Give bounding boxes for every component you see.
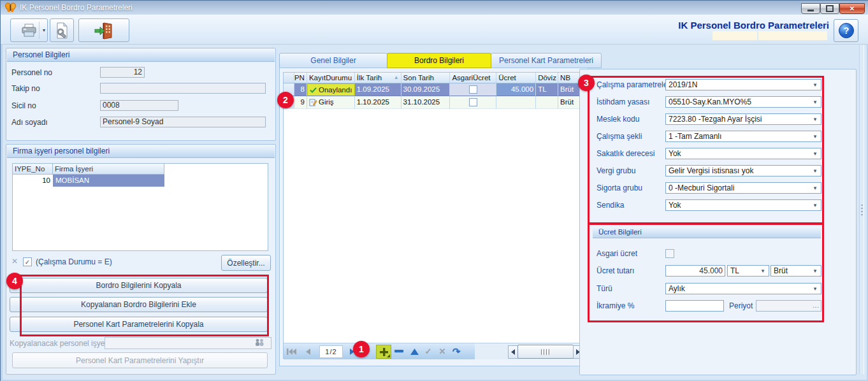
personel-kart-parametrelerini-yapistir-button[interactable]: Personel Kart Parametrelerini Yapıştır: [12, 352, 268, 368]
sakatlik-derecesi-combo[interactable]: Yok▾: [665, 148, 821, 159]
istihdam-yasasi-combo[interactable]: 05510-Say.Kan.MYO%5▾: [665, 96, 821, 108]
firma-col-firma-isyeri[interactable]: Firma İşyeri: [53, 164, 164, 175]
chevron-down-icon[interactable]: ▾: [811, 266, 820, 276]
turu-combo[interactable]: Aylık▾: [665, 283, 821, 294]
print-button[interactable]: ▾: [10, 18, 48, 42]
combo-value: Gelir Vergisi istisnası yok: [669, 166, 753, 175]
chevron-down-icon[interactable]: ▾: [811, 200, 820, 210]
cell-ilk-tarih[interactable]: 1.10.2025: [355, 96, 401, 109]
cell-ucret[interactable]: 45.000: [496, 83, 536, 96]
firma-row-no[interactable]: 10: [13, 175, 53, 187]
cell-ucret[interactable]: [496, 96, 536, 109]
first-record-button[interactable]: [286, 346, 297, 357]
adi-soyadi-field[interactable]: Personel-9 Soyad: [100, 117, 266, 127]
filter-clear-icon[interactable]: ✕: [11, 257, 18, 266]
calisma-sekli-combo[interactable]: 1 -Tam Zamanlı▾: [665, 131, 821, 142]
close-button[interactable]: ✕: [839, 3, 865, 14]
chevron-down-icon[interactable]: ▾: [811, 166, 820, 176]
asgari-checkbox[interactable]: [469, 85, 477, 94]
periyot-field[interactable]: ...: [756, 300, 821, 312]
cancel-edit-button[interactable]: ✕: [437, 346, 448, 357]
ikramiye-field[interactable]: [665, 300, 724, 312]
chevron-down-icon[interactable]: ▾: [811, 131, 820, 141]
grid-navigator: 1/2 ✓ ✕ ↷: [284, 343, 582, 359]
post-edit-button[interactable]: ✓: [423, 346, 434, 357]
tab-bordro-bilgileri[interactable]: Bordro Bilgileri: [387, 53, 491, 68]
cell-ilk-tarih[interactable]: 1.09.2025: [355, 83, 401, 96]
bordro-bilgilerini-kopyala-button[interactable]: Bordro Bilgilerini Kopyala: [10, 278, 268, 293]
tab-genel-bilgiler[interactable]: Genel Bilgiler: [279, 53, 387, 68]
grid-row-selected[interactable]: 8 Onaylandı 1.09.2025 30.09.2025 45.000 …: [284, 83, 582, 96]
asgari-ucret-checkbox[interactable]: [665, 249, 674, 258]
calisma-sekli-label: Çalışma şekli: [597, 132, 642, 141]
cell-kayit-durumu[interactable]: Giriş: [307, 96, 355, 109]
previous-record-button[interactable]: [302, 346, 314, 357]
cell-doviz[interactable]: [536, 96, 558, 109]
ucret-tutari-field[interactable]: 45.000: [665, 265, 725, 277]
vergi-grubu-label: Vergi grubu: [597, 166, 635, 175]
cell-bpn[interactable]: 8: [294, 83, 307, 96]
customize-button[interactable]: Özelleştir...: [221, 255, 271, 271]
restore-button[interactable]: [820, 3, 839, 14]
meslek-kodu-combo[interactable]: 7223.80 -Tezgah Ayar İşçisi▾: [665, 113, 821, 125]
chevron-down-icon[interactable]: ▾: [811, 97, 820, 107]
report-settings-button[interactable]: [50, 18, 74, 42]
cell-bpn[interactable]: 9: [294, 96, 307, 109]
cell-asgari-ucret[interactable]: [450, 83, 496, 96]
filter-checkbox[interactable]: ✓: [23, 257, 32, 266]
sigorta-grubu-combo[interactable]: 0 -Mecburi Sigortali▾: [665, 182, 821, 194]
col-bpn[interactable]: BPN: [294, 73, 307, 83]
periyot-label: Periyot: [729, 301, 753, 310]
cell-asgari-ucret[interactable]: [450, 96, 496, 109]
kopyalanan-bordro-bilgilerini-ekle-button[interactable]: Kopyalanan Bordro Bilgilerini Ekle: [10, 297, 268, 312]
doviz-combo[interactable]: TL▾: [727, 265, 769, 277]
col-doviz[interactable]: Döviz: [536, 73, 558, 83]
chevron-down-icon[interactable]: ▾: [811, 114, 820, 124]
takip-no-field[interactable]: [100, 83, 266, 94]
chevron-down-icon[interactable]: ▾: [811, 80, 820, 90]
panel-splitter[interactable]: [859, 45, 864, 374]
help-button[interactable]: ?: [834, 19, 858, 42]
firma-row-name[interactable]: MOBİSAN: [53, 175, 164, 187]
col-kayit-durumu[interactable]: KayıtDurumu: [307, 73, 355, 83]
status-text: Giriş: [319, 96, 334, 108]
chevron-down-icon[interactable]: ▾: [811, 148, 820, 159]
sicil-no-label: Sicil no: [11, 101, 36, 110]
tab-personel-kart-parametreleri[interactable]: Personel Kart Parametreleri: [491, 53, 602, 68]
people-picker-icon[interactable]: [254, 338, 264, 347]
cell-kayit-durumu[interactable]: Onaylandı: [307, 83, 355, 96]
col-ilk-tarih[interactable]: İlk Tarih▲: [355, 73, 401, 83]
delete-record-button[interactable]: [393, 346, 405, 357]
minimize-button[interactable]: [801, 3, 820, 14]
refresh-button[interactable]: ↷: [451, 346, 462, 357]
kopyalanacak-field[interactable]: [105, 337, 271, 349]
cell-doviz[interactable]: TL: [536, 83, 558, 96]
print-dropdown-arrow-icon[interactable]: ▾: [43, 27, 45, 33]
firma-col-iype-no[interactable]: IYPE_No: [13, 164, 53, 175]
ellipsis-button[interactable]: ...: [813, 301, 819, 310]
cell-son-tarih[interactable]: 30.09.2025: [401, 83, 451, 96]
sakatlik-derecesi-label: Sakatlık derecesi: [597, 149, 655, 158]
exit-button[interactable]: [78, 18, 129, 42]
hscroll-left-arrow[interactable]: [508, 345, 518, 359]
cell-son-tarih[interactable]: 31.10.2025: [401, 96, 451, 109]
net-brut-combo[interactable]: Brüt▾: [770, 265, 821, 277]
hscroll-thumb[interactable]: [517, 345, 574, 359]
grid-row[interactable]: 9 Giriş 1.10.2025 31.10.2025 Brüt: [284, 96, 582, 109]
col-son-tarih[interactable]: Son Tarih: [401, 73, 451, 83]
asgari-checkbox[interactable]: [469, 98, 477, 106]
personel-kart-parametrelerini-kopyala-button[interactable]: Personel Kart Parametrelerini Kopyala: [10, 317, 268, 332]
chevron-down-icon[interactable]: ▾: [811, 183, 820, 193]
personel-no-field[interactable]: 12: [100, 67, 145, 78]
sicil-no-field[interactable]: 0008: [100, 100, 178, 111]
add-record-button[interactable]: [376, 345, 391, 359]
col-ucret[interactable]: Ücret: [496, 73, 536, 83]
chevron-down-icon[interactable]: ▾: [758, 266, 767, 276]
sendika-combo[interactable]: Yok▾: [665, 199, 821, 211]
col-asgari-ucret[interactable]: AsgariÜcret: [450, 73, 496, 83]
status-text: Onaylandı: [319, 84, 352, 96]
chevron-down-icon[interactable]: ▾: [811, 284, 820, 294]
vergi-grubu-combo[interactable]: Gelir Vergisi istisnası yok▾: [665, 165, 821, 176]
edit-record-button[interactable]: [409, 346, 420, 357]
calisma-parametreleri-combo[interactable]: 2019/1N▾: [665, 79, 821, 90]
